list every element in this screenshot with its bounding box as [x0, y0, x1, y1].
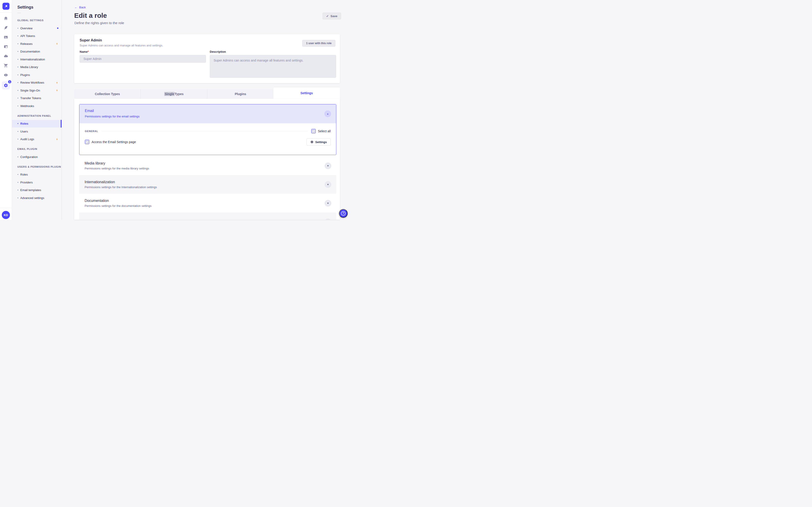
check-icon: ✓ — [326, 14, 328, 18]
accordion-row-title: Documentation — [85, 199, 336, 203]
email-accordion-header[interactable]: Email Permissions settings for the email… — [80, 104, 336, 123]
expand-caret-button[interactable]: ▼ — [324, 200, 331, 207]
back-arrow-icon: ← — [74, 6, 78, 9]
subnav-item-configuration[interactable]: •Configuration — [12, 153, 62, 161]
tab-collection-types[interactable]: Collection Types — [74, 89, 141, 99]
rail-item-cart[interactable] — [0, 61, 12, 70]
section-divider-line — [102, 131, 308, 131]
subnav-item-overview[interactable]: •Overview — [12, 24, 62, 32]
subnav-item-single-sign-on[interactable]: •Single Sign-On — [12, 87, 62, 95]
subnav-section-label: ADMINISTRATION PANEL — [17, 114, 62, 118]
item-trailing — [56, 81, 58, 84]
rail-item-cloud[interactable] — [0, 51, 12, 61]
expand-caret-button[interactable]: ▼ — [324, 219, 331, 220]
subnav-item-audit-logs[interactable]: •Audit Logs — [12, 135, 62, 143]
text-selection-highlight: Single — [164, 92, 174, 96]
access-email-settings-checkbox[interactable]: ✓ — [85, 140, 89, 144]
rail-divider — [0, 12, 12, 13]
subnav-item-label: Providers — [20, 181, 33, 184]
cloud-icon — [4, 54, 8, 58]
help-button[interactable]: ? — [339, 209, 348, 218]
subnav-item-roles[interactable]: •Roles — [12, 120, 62, 128]
subnav-item-plugins[interactable]: •Plugins — [12, 71, 62, 79]
select-all-checkbox[interactable]: ✓ — [311, 129, 316, 133]
page-subtitle: Define the rights given to the role — [74, 21, 124, 25]
accordion-row-media-library[interactable]: Media libraryPermissions settings for th… — [79, 156, 336, 175]
subnav-item-internationalization[interactable]: •Internationalization — [12, 55, 62, 63]
subnav-item-label: Overview — [20, 26, 33, 30]
accordion-row-title: Internationalization — [85, 180, 336, 184]
lightning-bolt-icon — [56, 42, 58, 45]
media-library-icon — [4, 35, 8, 40]
subnav-item-label: Webhooks — [20, 104, 34, 108]
bullet-icon: • — [17, 26, 20, 30]
email-accordion-body: GENERAL ✓ Select all ✓ Access the Email … — [80, 123, 336, 151]
rail-item-feather[interactable] — [0, 23, 12, 33]
bullet-icon: • — [17, 42, 20, 46]
name-input[interactable] — [80, 55, 206, 63]
permissions-tab-strip: Collection TypesSingle TypesPlugins — [74, 89, 273, 99]
item-trailing — [56, 89, 58, 92]
bullet-icon: • — [17, 104, 20, 108]
subnav-title-divider — [17, 13, 21, 13]
subnav-item-advanced-settings[interactable]: •Advanced settings — [12, 194, 62, 202]
item-trailing — [56, 138, 58, 140]
rail-item-layout[interactable] — [0, 42, 12, 51]
description-textarea[interactable] — [210, 55, 336, 78]
subnav-item-email-templates[interactable]: •Email templates — [12, 186, 62, 194]
name-field-label: Name* — [80, 50, 89, 53]
bullet-icon: • — [17, 81, 20, 84]
tab-plugins[interactable]: Plugins — [207, 89, 273, 99]
email-settings-button[interactable]: Settings — [307, 138, 331, 146]
item-trailing — [56, 42, 58, 45]
subnav-item-transfer-tokens[interactable]: •Transfer Tokens — [12, 95, 62, 102]
subnav-item-review-workflows[interactable]: •Review Workflows — [12, 79, 62, 87]
strapi-logo-icon[interactable] — [2, 3, 9, 10]
role-title: Super Admin — [80, 38, 102, 42]
bullet-icon: • — [17, 122, 20, 125]
subnav-item-media-library[interactable]: •Media Library — [12, 63, 62, 71]
bullet-icon: • — [17, 89, 20, 92]
subnav-item-label: Documentation — [20, 50, 40, 53]
expand-caret-button[interactable]: ▼ — [324, 163, 331, 169]
rail-item-info[interactable] — [0, 70, 12, 80]
subnav-item-roles[interactable]: •Roles — [12, 171, 62, 179]
rail-item-gear[interactable]: 1 — [0, 80, 12, 91]
expand-caret-button[interactable]: ▼ — [324, 181, 331, 188]
back-link[interactable]: ← Back — [74, 6, 86, 9]
subnav-section: USERS & PERMISSIONS PLUGIN•Roles•Provide… — [12, 165, 62, 202]
feather-icon — [4, 25, 8, 30]
subnav-item-label: API Tokens — [20, 34, 35, 38]
users-with-role-button[interactable]: 1 user with this role — [302, 40, 336, 47]
subnav-item-providers[interactable]: •Providers — [12, 178, 62, 186]
info-icon — [4, 73, 8, 77]
subnav-item-releases[interactable]: •Releases — [12, 40, 62, 48]
accordion-row-subtitle: Permissions settings for the media libra… — [85, 167, 336, 170]
tab-single-types[interactable]: Single Types — [141, 89, 207, 99]
required-asterisk: * — [88, 50, 89, 53]
lightning-bolt-icon — [56, 81, 58, 84]
subnav-item-api-tokens[interactable]: •API Tokens — [12, 32, 62, 40]
rail-item-media-library[interactable] — [0, 33, 12, 42]
rail-item-home[interactable] — [0, 13, 12, 23]
collapse-caret-button[interactable]: ▲ — [324, 110, 331, 117]
subnav-section-label: USERS & PERMISSIONS PLUGIN — [17, 165, 62, 169]
subnav-item-documentation[interactable]: •Documentation — [12, 48, 62, 56]
subnav-sections: GLOBAL SETTINGS•Overview•API Tokens•Rele… — [12, 19, 62, 202]
accordion-row-internationalization[interactable]: InternationalizationPermissions settings… — [79, 175, 336, 194]
subnav-item-webhooks[interactable]: •Webhooks — [12, 102, 62, 110]
subnav-section-label: GLOBAL SETTINGS — [17, 19, 62, 22]
subnav-item-label: Releases — [20, 42, 33, 46]
home-icon — [4, 16, 8, 20]
subnav-item-users[interactable]: •Users — [12, 127, 62, 135]
subnav-item-label: Single Sign-On — [20, 89, 40, 92]
tab-settings[interactable]: Settings — [273, 88, 340, 99]
accordion-row-documentation[interactable]: DocumentationPermissions settings for th… — [79, 194, 336, 213]
bullet-icon: • — [17, 155, 20, 159]
save-button[interactable]: ✓ Save — [322, 13, 341, 19]
accordion-row-plugins-and-marketplace[interactable]: Plugins and marketplace▼ — [79, 213, 336, 220]
icon-rail: 1 KD — [0, 0, 12, 220]
email-accordion-subtitle: Permissions settings for the email setti… — [85, 115, 140, 118]
role-subtitle: Super Admins can access and manage all f… — [80, 44, 163, 47]
avatar[interactable]: KD — [2, 211, 10, 219]
